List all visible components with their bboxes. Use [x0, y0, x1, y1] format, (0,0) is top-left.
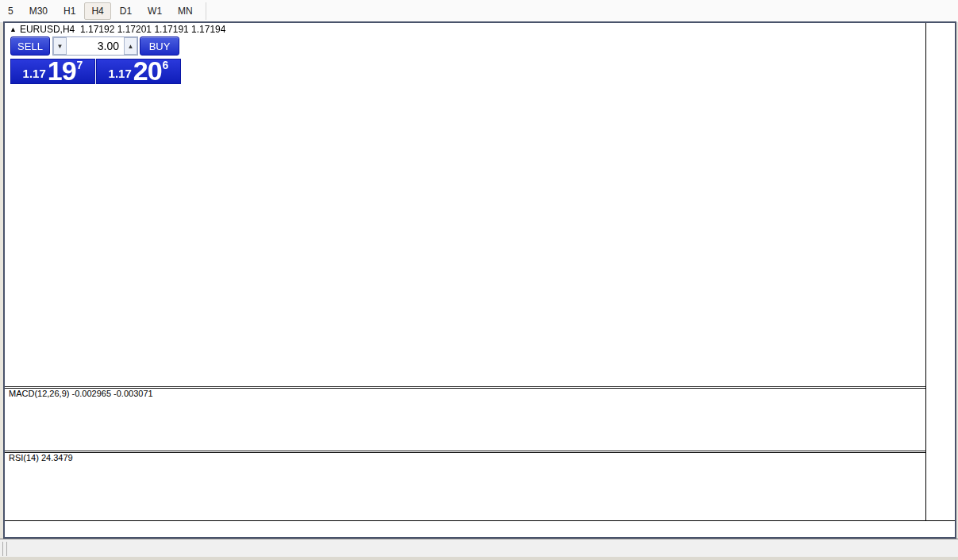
buy-button[interactable]: BUY — [140, 36, 179, 56]
chart-title-ohlc: 1.17192 1.17201 1.17191 1.17194 — [80, 24, 226, 35]
buy-price-small: 1.17 — [109, 67, 132, 80]
price-axis[interactable] — [925, 23, 955, 520]
volume-increase-button[interactable]: ▲ — [124, 37, 137, 55]
tab-bar-grip[interactable] — [2, 542, 7, 556]
timeframe-button-h4[interactable]: H4 — [84, 2, 110, 20]
triangle-up-icon: ▲ — [10, 25, 17, 33]
sell-price-small: 1.17 — [23, 67, 46, 80]
macd-indicator-label: MACD(12,26,9) -0.002965 -0.003071 — [9, 389, 153, 398]
mt4-application-window: 5M30H1H4D1W1MN ▲EURUSD,H4 1.17192 1.1720… — [0, 0, 958, 560]
timeframe-button-mn[interactable]: MN — [171, 2, 200, 20]
one-click-trading-panel: SELL ▼ 3.00 ▲ BUY 1.17197 1.17206 — [8, 35, 184, 84]
sell-price-sup: 7 — [77, 59, 83, 71]
volume-input[interactable]: 3.00 — [67, 37, 124, 55]
buy-price-big: 20 — [133, 59, 162, 82]
panel-divider[interactable] — [5, 451, 925, 453]
timeframe-button-5[interactable]: 5 — [1, 2, 21, 20]
timeframe-button-d1[interactable]: D1 — [113, 2, 139, 20]
timeframe-toolbar: 5M30H1H4D1W1MN — [0, 0, 958, 23]
rsi-indicator-label: RSI(14) 24.3479 — [9, 453, 73, 462]
volume-decrease-button[interactable]: ▼ — [53, 37, 67, 55]
sell-button[interactable]: SELL — [10, 36, 50, 56]
timeframe-button-h1[interactable]: H1 — [56, 2, 83, 20]
toolbar-separator — [206, 2, 206, 20]
sell-price-big: 19 — [48, 59, 76, 82]
volume-box: ▼ 3.00 ▲ — [52, 36, 138, 56]
buy-price-panel[interactable]: 1.17206 — [96, 59, 181, 84]
time-axis[interactable] — [5, 520, 955, 535]
buy-price-sup: 6 — [163, 59, 169, 71]
chart-window: ▲EURUSD,H4 1.17192 1.17201 1.17191 1.171… — [3, 21, 956, 539]
status-strip — [0, 557, 958, 560]
timeframe-button-w1[interactable]: W1 — [140, 2, 169, 20]
chart-tab-bar — [0, 539, 958, 558]
chart-title-symbol: EURUSD,H4 — [20, 24, 75, 35]
sell-price-panel[interactable]: 1.17197 — [10, 59, 95, 84]
timeframe-button-m30[interactable]: M30 — [22, 2, 55, 20]
chart-title: ▲EURUSD,H4 1.17192 1.17201 1.17191 1.171… — [10, 24, 225, 35]
